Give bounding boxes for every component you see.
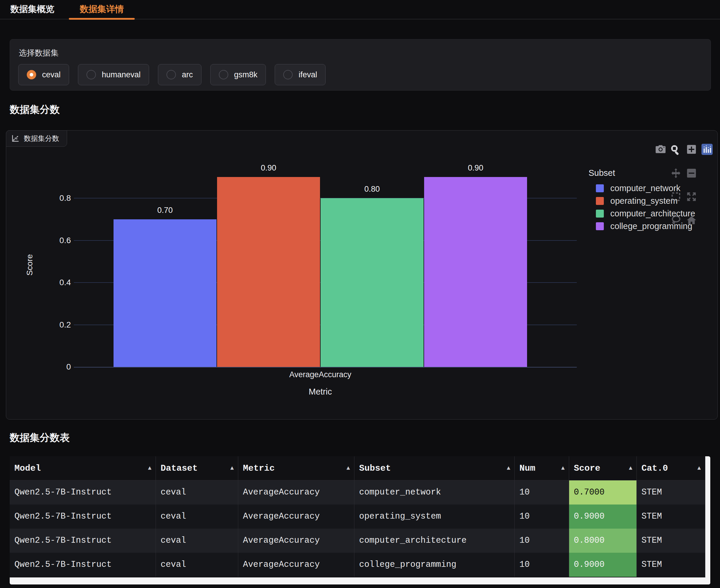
cell-model: Qwen2.5-7B-Instruct <box>10 480 156 504</box>
table-row: Qwen2.5-7B-InstructcevalAverageAccuracyo… <box>10 504 705 529</box>
legend-title: Subset <box>587 168 718 178</box>
box-select-icon[interactable] <box>670 191 681 202</box>
column-header-label: Model <box>15 463 41 473</box>
legend-entry-label: computer_architecture <box>610 209 695 218</box>
radio-circle-unchecked <box>219 70 228 79</box>
radio-circle-unchecked <box>86 70 96 79</box>
column-header-cat-0[interactable]: Cat.0▲ <box>637 456 705 480</box>
column-header-dataset[interactable]: Dataset▲ <box>156 456 238 480</box>
radio-option-gsm8k[interactable]: gsm8k <box>210 64 266 85</box>
column-header-score[interactable]: Score▲ <box>569 456 637 480</box>
cell-score: 0.7000 <box>569 480 637 504</box>
cell-cat: STEM <box>637 553 705 577</box>
legend-entry-college_programming[interactable]: college_programming <box>587 220 718 233</box>
active-tab-underline <box>69 18 135 20</box>
x-tick-label: AverageAccuracy <box>289 370 351 379</box>
dataset-details-page: { "page": { "background": "#0d0d0f", "ac… <box>0 0 720 588</box>
column-header-metric[interactable]: Metric▲ <box>238 456 354 480</box>
cell-num: 10 <box>515 504 569 529</box>
cell-subset: operating_system <box>354 504 515 529</box>
sort-ascending-icon[interactable]: ▲ <box>629 456 632 480</box>
cell-num: 10 <box>515 529 569 553</box>
legend-entry-computer_network[interactable]: computer_network <box>587 182 718 195</box>
vertical-scrollbar[interactable] <box>705 456 710 585</box>
cell-dataset: ceval <box>156 529 238 553</box>
cell-model: Qwen2.5-7B-Instruct <box>10 553 156 577</box>
bar-computer_architecture <box>321 198 424 367</box>
radio-option-humaneval[interactable]: humaneval <box>78 64 149 85</box>
column-header-label: Dataset <box>161 463 198 473</box>
cell-subset: college_programming <box>354 553 515 577</box>
table-row: Qwen2.5-7B-InstructcevalAverageAccuracyc… <box>10 480 705 504</box>
dataset-selector-panel: 选择数据集 cevalhumanevalarcgsm8kifeval <box>10 39 711 90</box>
column-header-num[interactable]: Num▲ <box>515 456 569 480</box>
sort-ascending-icon[interactable]: ▲ <box>347 456 350 480</box>
radio-option-ifeval[interactable]: ifeval <box>275 64 326 85</box>
home-icon[interactable] <box>686 215 697 226</box>
y-axis-title: Score <box>25 254 35 275</box>
legend-entry-label: operating_system <box>610 196 678 206</box>
y-tick-label: 0.2 <box>39 320 71 330</box>
data-view-icon[interactable] <box>701 144 713 155</box>
cell-num: 10 <box>515 480 569 504</box>
column-header-label: Subset <box>359 463 391 473</box>
tab-dataset-details[interactable]: 数据集详情 <box>69 0 135 18</box>
camera-icon[interactable] <box>655 144 666 155</box>
column-header-subset[interactable]: Subset▲ <box>354 456 515 480</box>
sort-ascending-icon[interactable]: ▲ <box>507 456 510 480</box>
sort-ascending-icon[interactable]: ▲ <box>230 456 234 480</box>
pan-icon[interactable] <box>670 168 681 179</box>
radio-option-label: humaneval <box>102 70 141 79</box>
cell-metric: AverageAccuracy <box>238 504 354 529</box>
plot-label-tab: 数据集分数 <box>6 130 67 147</box>
legend-swatch <box>596 184 604 192</box>
dataset-radio-group: cevalhumanevalarcgsm8kifeval <box>18 64 326 85</box>
radio-circle-checked <box>27 70 36 79</box>
column-header-label: Metric <box>243 463 275 473</box>
score-chart-panel: 数据集分数 Score 00.20.40.60.8 0.700.900.800.… <box>6 130 718 420</box>
plot-label-text: 数据集分数 <box>24 134 59 143</box>
table-row: Qwen2.5-7B-InstructcevalAverageAccuracyc… <box>10 529 705 553</box>
cell-cat: STEM <box>637 504 705 529</box>
bar-value-label: 0.90 <box>261 164 276 173</box>
legend-entry-computer_architecture[interactable]: computer_architecture <box>587 207 718 220</box>
column-header-label: Score <box>574 463 600 473</box>
cell-model: Qwen2.5-7B-Instruct <box>10 504 156 529</box>
column-header-model[interactable]: Model▲ <box>10 456 156 480</box>
sort-ascending-icon[interactable]: ▲ <box>697 456 701 480</box>
radio-option-arc[interactable]: arc <box>158 64 202 85</box>
tab-dataset-overview[interactable]: 数据集概览 <box>7 0 57 18</box>
sort-ascending-icon[interactable]: ▲ <box>561 456 565 480</box>
cell-metric: AverageAccuracy <box>238 480 354 504</box>
zoom-out-icon[interactable] <box>686 168 697 179</box>
bar-value-label: 0.70 <box>157 206 173 215</box>
autoscale-icon[interactable] <box>686 191 697 202</box>
zoom-icon[interactable] <box>670 144 681 155</box>
lasso-icon[interactable] <box>670 215 681 226</box>
cell-dataset: ceval <box>156 480 238 504</box>
y-tick-label: 0.4 <box>39 277 71 288</box>
legend-swatch <box>596 210 604 217</box>
cell-metric: AverageAccuracy <box>238 529 354 553</box>
bar-value-label: 0.80 <box>365 185 380 194</box>
legend-entry-operating_system[interactable]: operating_system <box>587 195 718 207</box>
cell-score: 0.8000 <box>569 529 637 553</box>
column-header-label: Cat.0 <box>641 463 668 473</box>
table-row: Qwen2.5-7B-InstructcevalAverageAccuracyc… <box>10 553 705 577</box>
y-tick-label: 0.6 <box>39 235 71 246</box>
x-axis-title: Metric <box>309 387 332 397</box>
section-title-scores: 数据集分数 <box>10 103 60 117</box>
scatter-chart-icon <box>11 134 20 143</box>
sort-ascending-icon[interactable]: ▲ <box>148 456 151 480</box>
cell-metric: AverageAccuracy <box>238 553 354 577</box>
radio-option-ceval[interactable]: ceval <box>18 64 69 85</box>
cell-subset: computer_network <box>354 480 515 504</box>
scores-table: Model▲Dataset▲Metric▲Subset▲Num▲Score▲Ca… <box>10 456 710 585</box>
bar-college_programming <box>424 177 527 367</box>
cell-cat: STEM <box>637 480 705 504</box>
zoom-in-icon[interactable] <box>686 144 697 155</box>
bar-computer_network <box>114 219 217 367</box>
dataset-selector-label: 选择数据集 <box>19 48 59 58</box>
legend-swatch <box>596 197 604 205</box>
horizontal-scrollbar[interactable] <box>10 578 710 585</box>
